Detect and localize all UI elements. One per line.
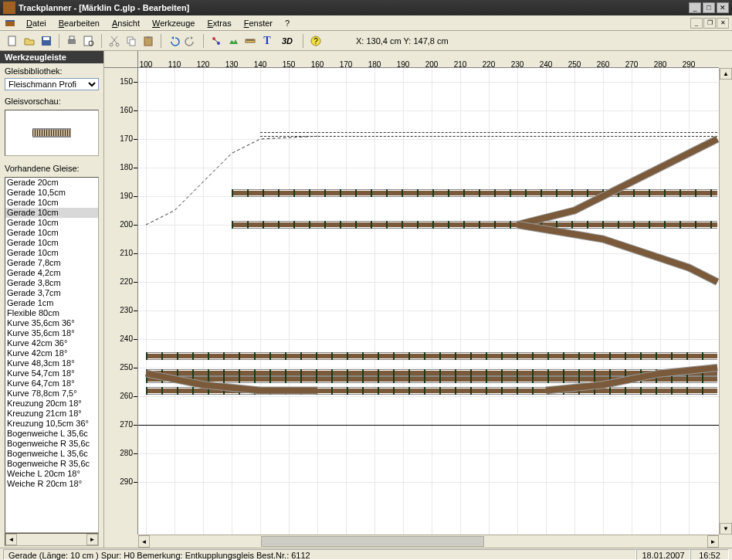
save-button[interactable] <box>39 33 54 49</box>
list-item[interactable]: Gerade 10cm <box>5 218 98 228</box>
svg-rect-14 <box>147 36 150 39</box>
list-item[interactable]: Kurve 48,3cm 18° <box>5 358 98 368</box>
scroll-right-icon[interactable]: ► <box>707 535 719 548</box>
mdi-minimize-button[interactable]: _ <box>690 18 703 29</box>
list-item[interactable]: Gerade 10cm <box>5 238 98 248</box>
sidebar-header: Werkzeugleiste <box>0 51 103 63</box>
menu-edit[interactable]: Bearbeiten <box>53 17 106 29</box>
list-item[interactable]: Gerade 1cm <box>5 298 98 308</box>
canvas-hscroll[interactable]: ◄ ► <box>138 535 719 548</box>
status-time: 16:52 <box>690 549 729 560</box>
list-item[interactable]: Gerade 10cm <box>5 198 98 208</box>
drawing-canvas[interactable] <box>138 68 719 535</box>
list-item[interactable]: Kurve 54,7cm 18° <box>5 368 98 378</box>
3d-view-button[interactable]: 3D <box>276 33 298 49</box>
cut-button[interactable] <box>107 33 122 49</box>
toolbar: T 3D ? X: 130,4 cm Y: 147,8 cm <box>0 31 732 51</box>
list-item[interactable]: Gerade 3,8cm <box>5 278 98 288</box>
minimize-button[interactable]: _ <box>689 2 701 13</box>
list-item[interactable]: Kurve 42cm 36° <box>5 338 98 348</box>
svg-rect-12 <box>130 39 135 46</box>
tool-measure-button[interactable] <box>242 33 258 49</box>
help-button[interactable]: ? <box>308 33 324 49</box>
list-item[interactable]: Weiche L 20cm 18° <box>5 469 98 479</box>
undo-button[interactable] <box>166 33 181 49</box>
tool-track-button[interactable] <box>208 33 224 49</box>
scroll-down-icon[interactable]: ▼ <box>720 523 732 535</box>
list-item[interactable]: Kurve 64,7cm 18° <box>5 378 98 389</box>
redo-button[interactable] <box>183 33 198 49</box>
mdi-controls: _ ❐ ✕ <box>690 18 729 29</box>
mdi-close-button[interactable]: ✕ <box>717 18 729 29</box>
list-item[interactable]: Gerade 10cm <box>5 228 98 238</box>
track-segment[interactable] <box>146 387 717 395</box>
mdi-icon[interactable] <box>3 17 17 29</box>
hscroll-thumb[interactable] <box>261 536 484 547</box>
canvas-vscroll[interactable]: ▲ ▼ <box>719 68 732 535</box>
list-item[interactable]: Gerade 20cm <box>5 178 98 188</box>
list-item[interactable]: Kurve 35,6cm 36° <box>5 318 98 328</box>
list-item[interactable]: Bogenweiche L 35,6c <box>5 449 98 459</box>
available-label: Vorhandene Gleise: <box>5 164 99 173</box>
track-segment[interactable] <box>260 132 717 137</box>
scroll-left-icon[interactable]: ◄ <box>138 535 150 548</box>
menu-tools[interactable]: Werkzeuge <box>146 17 201 29</box>
status-text: Gerade (Länge: 10 cm ) Spur: H0 Bemerkun… <box>3 549 636 560</box>
statusbar: Gerade (Länge: 10 cm ) Spur: H0 Bemerkun… <box>0 548 732 560</box>
print-preview-button[interactable] <box>81 33 97 49</box>
track-segment[interactable] <box>232 189 717 197</box>
print-button[interactable] <box>64 33 80 49</box>
library-select[interactable]: Fleischmann Profi <box>5 78 99 90</box>
list-item[interactable]: Kreuzung 10,5cm 36° <box>5 419 98 429</box>
paste-button[interactable] <box>141 33 156 49</box>
track-list[interactable]: Gerade 20cmGerade 10,5cmGerade 10cmGerad… <box>5 177 99 533</box>
list-item[interactable]: Bogenweiche R 35,6c <box>5 459 98 469</box>
list-item[interactable]: Gerade 3,7cm <box>5 288 98 298</box>
copy-button[interactable] <box>124 33 139 49</box>
close-button[interactable]: ✕ <box>717 2 729 13</box>
list-item[interactable]: Weiche R 20cm 18° <box>5 479 98 489</box>
list-item[interactable]: Gerade 7,8cm <box>5 258 98 268</box>
list-item[interactable]: Gerade 10cm <box>5 248 98 258</box>
list-item[interactable]: Kreuzung 20cm 18° <box>5 399 98 409</box>
scroll-right-icon[interactable]: ► <box>86 534 98 545</box>
menu-help[interactable]: ? <box>279 17 296 29</box>
menubar: Datei Bearbeiten Ansicht Werkzeuge Extra… <box>0 15 732 31</box>
list-item[interactable]: Bogenweiche L 35,6c <box>5 429 98 439</box>
list-item[interactable]: Kreuzung 21cm 18° <box>5 409 98 419</box>
preview-track-icon <box>32 128 71 137</box>
svg-text:?: ? <box>313 37 318 46</box>
workarea: Werkzeugleiste Gleisbibliothek: Fleischm… <box>0 51 732 548</box>
list-item[interactable]: Gerade 10,5cm <box>5 188 98 198</box>
list-item[interactable]: Flexible 80cm <box>5 308 98 318</box>
text-tool-button[interactable]: T <box>259 33 275 49</box>
menu-window[interactable]: Fenster <box>238 17 279 29</box>
list-item[interactable]: Gerade 10cm <box>5 208 98 218</box>
menu-extras[interactable]: Extras <box>201 17 237 29</box>
mdi-restore-button[interactable]: ❐ <box>703 18 716 29</box>
menu-file[interactable]: Datei <box>20 17 53 29</box>
track-segment[interactable] <box>146 352 717 360</box>
maximize-button[interactable]: □ <box>703 2 715 13</box>
list-item[interactable]: Kurve 78,8cm 7,5° <box>5 389 98 399</box>
scroll-corner <box>719 535 732 548</box>
menu-file-label: atei <box>32 19 46 28</box>
scroll-left-icon[interactable]: ◄ <box>5 534 17 545</box>
tool-scenery-button[interactable] <box>225 33 241 49</box>
scroll-up-icon[interactable]: ▲ <box>720 68 732 80</box>
menu-view[interactable]: Ansicht <box>106 17 146 29</box>
preview-label: Gleisvorschau: <box>5 97 99 106</box>
list-item[interactable]: Gerade 4,2cm <box>5 268 98 278</box>
list-item[interactable]: Kurve 35,6cm 18° <box>5 328 98 338</box>
preview-box <box>5 110 99 156</box>
tracklist-hscroll[interactable]: ◄ ► <box>5 533 99 546</box>
open-button[interactable] <box>22 33 37 49</box>
new-button[interactable] <box>5 33 20 49</box>
track-segment[interactable] <box>146 375 717 383</box>
list-item[interactable]: Bogenweiche R 35,6c <box>5 439 98 449</box>
list-item[interactable]: Kurve 42cm 18° <box>5 348 98 358</box>
coord-readout: X: 130,4 cm Y: 147,8 cm <box>356 36 449 46</box>
ruler-vertical: 1501601701801902002102202302402502602702… <box>104 68 138 535</box>
status-date: 18.01.2007 <box>636 549 690 560</box>
track-segment[interactable] <box>232 221 717 229</box>
